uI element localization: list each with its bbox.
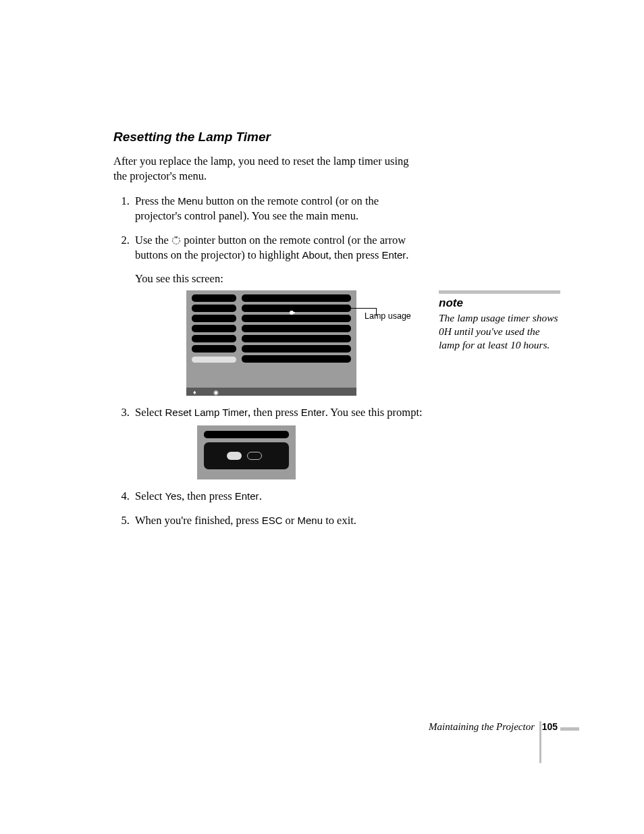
pointer-icon: [171, 234, 181, 244]
prompt-screenshot-wrap: [197, 425, 424, 479]
menu-item: [192, 294, 236, 302]
step-text: , then press: [248, 406, 301, 419]
main-content: Resetting the Lamp Timer After you repla…: [113, 130, 424, 538]
step-text: , then press: [182, 490, 235, 502]
step-text: When you're finished, press: [135, 514, 262, 527]
intro-paragraph: After you replace the lamp, you need to …: [113, 154, 424, 184]
footer-horizontal-rule: [560, 727, 579, 731]
menu-item: [192, 325, 236, 332]
note-heading: note: [439, 296, 560, 310]
step-5: When you're finished, press ESC or Menu …: [132, 513, 424, 528]
step-text: or: [282, 514, 297, 527]
prompt-no-button: [247, 452, 262, 460]
menu-screenshot: ♦ ◉: [186, 290, 356, 396]
menu-item: [192, 315, 236, 322]
section-heading: Resetting the Lamp Timer: [113, 130, 424, 145]
margin-note: note The lamp usage timer shows 0H until…: [439, 290, 560, 352]
page-footer: Maintaining the Projector 105: [0, 721, 644, 735]
page: Resetting the Lamp Timer After you repla…: [0, 0, 644, 834]
prompt-body: [204, 442, 289, 469]
menu-item-selected: [192, 357, 236, 363]
ui-label-enter: Enter: [235, 490, 259, 502]
page-number: 105: [542, 721, 558, 732]
step-text: Use the: [135, 234, 171, 246]
note-rule: [439, 290, 560, 294]
prompt-screenshot: [197, 425, 296, 479]
ui-label-about: About: [302, 249, 328, 261]
step-text: .: [259, 490, 262, 502]
updown-icon: ♦: [193, 388, 196, 396]
svg-marker-3: [294, 311, 295, 313]
step-text: Select: [135, 406, 165, 419]
menu-item: [192, 335, 236, 342]
menu-main: [242, 294, 351, 365]
step-1: Press the Menu button on the remote cont…: [132, 194, 424, 224]
menu-bottombar: ♦ ◉: [186, 388, 356, 396]
step-list: Press the Menu button on the remote cont…: [113, 194, 424, 529]
step-text: .: [406, 249, 408, 261]
ui-label-menu: Menu: [297, 515, 323, 526]
footer-section-title: Maintaining the Projector: [429, 721, 535, 733]
callout-line: [304, 308, 377, 309]
ui-label-enter: Enter: [301, 407, 325, 418]
ui-label-esc: ESC: [262, 515, 283, 526]
menu-row: [242, 335, 351, 342]
menu-item: [192, 345, 236, 353]
menu-item: [192, 305, 236, 312]
menu-row: [242, 345, 351, 353]
step-text: to exit.: [323, 514, 356, 527]
enter-icon-small: ◉: [213, 388, 219, 396]
menu-sidebar: [192, 294, 236, 365]
menu-row: [242, 325, 351, 332]
prompt-title-bar: [204, 431, 289, 438]
ui-label-menu: Menu: [178, 195, 203, 207]
menu-row: [242, 294, 351, 302]
ui-label-reset-lamp-timer: Reset Lamp Timer: [165, 407, 248, 418]
step-text: Select: [135, 490, 165, 502]
enter-icon: [289, 305, 296, 312]
step-4: Select Yes, then press Enter.: [132, 489, 424, 504]
ui-label-yes: Yes: [165, 490, 181, 502]
step-3: Select Reset Lamp Timer, then press Ente…: [132, 405, 424, 479]
step-text: Press the: [135, 194, 178, 207]
menu-screenshot-wrap: ♦ ◉ Lamp usage: [186, 290, 424, 396]
prompt-yes-button: [227, 452, 242, 460]
footer-vertical-rule: [539, 721, 541, 763]
step-2: Use the pointer button on the remote con…: [132, 233, 424, 396]
step-text: . You see this prompt:: [325, 406, 423, 419]
note-body: The lamp usage timer shows 0H until you'…: [439, 311, 560, 352]
menu-row: [242, 355, 351, 363]
step-text: , then press: [329, 249, 382, 261]
step-subtext: You see this screen:: [135, 271, 424, 286]
ui-label-enter: Enter: [382, 249, 406, 261]
menu-row: [242, 315, 351, 322]
callout-label: Lamp usage: [365, 311, 411, 322]
